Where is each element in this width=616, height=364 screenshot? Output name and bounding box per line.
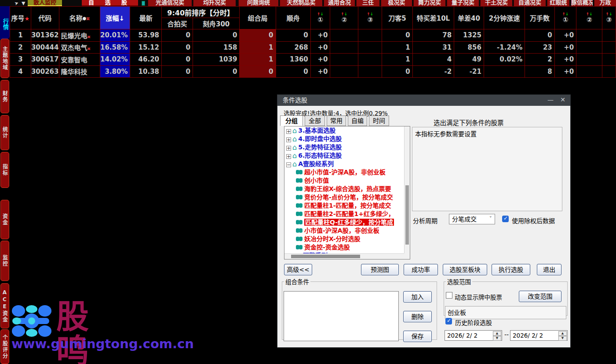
tree-item[interactable]: 匹配量柱2-匹配量1+红多绿少， [284,210,410,218]
horizontal-scrollbar-thumb[interactable] [291,255,360,258]
column-header[interactable]: ↑↓① [310,7,330,29]
combine-condition-button[interactable]: 加入 [403,291,432,303]
range-value-field[interactable]: 创业板 [445,306,566,319]
sidebar-tab[interactable]: 指标 [0,152,9,188]
toolbar-button[interactable]: 万政 [594,0,616,6]
toolbar-button[interactable]: 量子况买 [447,0,479,6]
dialog-tab[interactable]: 分组 [280,115,303,126]
toolbar-button[interactable]: 自 选 股 [82,0,138,6]
sidebar-tab[interactable]: ACE资金 [0,283,9,328]
tree-item[interactable]: +⌂6.形态特征选股 [284,151,410,160]
change-range-button[interactable]: 改变范围 [519,291,561,302]
history-stage-checkbox[interactable] [445,318,452,324]
dialog-titlebar[interactable]: 条件选股 [277,95,570,106]
toolbar-button[interactable]: 舞力况买 [413,0,445,6]
tree-item[interactable]: 妖冶分时X-分时选股 [284,235,410,243]
column-header[interactable]: 刻舟300 [193,18,240,29]
toolbar-button[interactable]: 豚信概况 [571,0,593,6]
table-row[interactable]: 1301362民爆光电¤20.01%53.980000+007813250+0 [10,29,616,42]
exright-checkbox[interactable] [502,216,509,222]
tree-item[interactable]: 海豹王综X-综合选股，热点票要 [284,185,410,193]
column-header[interactable]: 组合局 [240,7,276,29]
analysis-period-select[interactable]: 分笔成交 ˇ [449,214,495,224]
dialog-tab[interactable]: 自编 [348,115,367,126]
tree-item[interactable]: 创小市值 [284,177,410,185]
dialog-button[interactable]: 成功率 [404,264,438,275]
tree-item[interactable]: 匹配量柱Q-红多绿少，按分笔成 [284,218,410,227]
dialog-button[interactable]: 选股至板块 [443,264,487,275]
tree-item[interactable]: −⌂A壹股经系列 [284,160,410,168]
toolbar-button[interactable]: 干土况买 [480,0,512,6]
column-header[interactable]: 2分钟涨速 [484,7,525,29]
tree-item[interactable]: 竞价分笔-点价分笔，按分笔成交 [284,193,410,202]
toolbar-button[interactable]: 通用合况 [324,0,355,6]
sidebar-tab[interactable]: 主题地域 [0,39,9,78]
column-header[interactable]: 特买差10L [412,7,454,29]
dialog-button[interactable]: 执行选股 [492,264,530,275]
column-header[interactable]: 顺舟 [276,7,310,29]
sidebar-tab[interactable]: 统计 [0,115,9,150]
sidebar-tab-quotes[interactable]: 行情 [0,6,10,40]
table-row[interactable]: 2300444双杰电气¤16.58%15.1201581268+0131856-… [10,41,616,54]
panel-icon[interactable] [142,1,145,6]
toolbar-button[interactable]: 极况买 [381,0,412,6]
column-header[interactable]: 序号★ [10,7,31,29]
column-header[interactable]: 代码 [31,7,59,29]
tree-item[interactable]: 小市值-沪深A股，非创业板 [284,227,410,235]
column-header[interactable]: ↑↓③ [602,7,616,29]
dynamic-display-checkbox[interactable] [446,292,452,299]
column-header[interactable]: 涨幅↓ [100,7,130,29]
toolbar-button[interactable]: 自通况买 [514,0,546,6]
toolbar-button[interactable]: 均升况买 [193,0,236,6]
table-row[interactable]: 4300263隆华科技3.80%10.380000+00-2-218+0 [10,65,616,78]
column-header[interactable]: 合拍买 [162,18,193,29]
date-from-spinner[interactable]: 2026/ 2/ 2 ▲▼ [445,330,502,341]
table-row[interactable]: 3300617安靠智电14.02%46.200103911360+014490.… [10,54,616,66]
sidebar-tab[interactable]: 资金 [0,200,9,239]
tree-item[interactable]: +⌂3.基本面选股 [284,126,410,135]
toolbar-button[interactable]: 三任 [356,0,379,6]
dialog-tab[interactable]: 时间 [369,115,389,126]
tree-item[interactable]: 匹配量柱1-匹配量，按分笔成交 [284,202,410,210]
sidebar-tab[interactable]: 个股评分 [0,329,9,364]
column-header[interactable]: ↑↓③ [358,7,382,29]
tree-item[interactable]: +⌂4.即时盘中选股 [284,135,410,143]
tree-item[interactable]: 资金控-资金选股 [284,243,410,252]
toolbar-button[interactable]: 问题询统 [238,0,278,6]
column-group-header[interactable]: 9:40前排序【分时】 [162,7,240,18]
cursor-icon[interactable]: ➤ [14,0,19,6]
minimize-icon[interactable]: — [545,95,556,106]
spinner-arrows[interactable]: ▲▼ [558,331,567,340]
date-to-spinner[interactable]: 2026/ 2/ 2 ▲▼ [510,330,568,341]
column-header[interactable]: 名称●¤ [59,7,100,29]
filter-icon[interactable]: ▼ [22,0,25,6]
dialog-button[interactable]: 退出 [537,264,561,275]
column-header[interactable]: ↑↓② [576,7,602,29]
vertical-scrollbar-thumb[interactable] [405,185,409,245]
combine-condition-button[interactable]: 删除 [403,311,432,322]
vertical-scrollbar[interactable] [404,126,410,253]
dialog-tab[interactable]: 全部 [305,115,325,126]
toolbar-button[interactable]: 光通信况买 [148,0,192,6]
toolbar-button[interactable]: 散人监控 [28,0,62,6]
tree-item[interactable]: +⌂5.走势特征选股 [284,143,410,151]
close-icon[interactable]: ✕ [557,95,569,106]
dialog-button[interactable]: 高级<< [284,264,312,275]
column-header[interactable]: 万手数 [525,7,554,29]
column-header[interactable]: 单差40 [454,7,484,29]
tree-item[interactable]: 超小市值-沪深A股，非创业板 [284,168,410,177]
combine-condition-button[interactable]: 保存 [403,331,432,342]
sidebar-tab[interactable]: 监控 [0,241,9,281]
spinner-arrows[interactable]: ▲▼ [493,331,501,340]
column-header[interactable]: ↑↓② [330,7,358,29]
horizontal-scrollbar[interactable] [284,253,404,259]
toolbar-button[interactable]: 天然制品买 [280,0,322,6]
dialog-button[interactable]: 预测图 [361,264,399,275]
dialog-tab[interactable]: 常用 [327,115,346,126]
column-header[interactable]: 刀客5 [382,7,412,29]
column-header[interactable]: ↑↓① [554,7,576,29]
sidebar-tab[interactable]: 财务 [0,80,9,113]
combine-condition-listbox[interactable] [284,291,399,341]
column-header[interactable]: 最新 [130,7,162,29]
toolbar-button[interactable]: 红眼统 [547,0,569,6]
